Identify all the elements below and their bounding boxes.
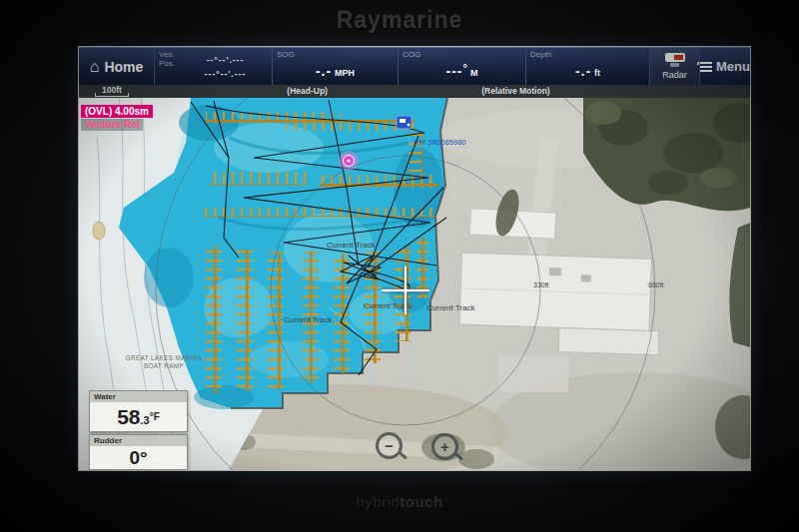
water-temp-label: Water <box>90 391 187 402</box>
vespos-label: Ves. Pos. <box>159 50 175 68</box>
chartplotter-device: Raymarine hybridtouch ⌂ Home Ves. Pos. -… <box>0 0 799 532</box>
mfd-screen: ⌂ Home Ves. Pos. --°--'.--- ---°--'.--- … <box>78 46 751 471</box>
rudder-value: 0° <box>90 446 187 469</box>
status-bar: 100ft (Head-Up) (Relative Motion) <box>79 85 750 98</box>
databox-vessel-position[interactable]: Ves. Pos. --°--'.--- ---°--'.--- <box>155 48 273 85</box>
databox-cog[interactable]: COG ---°M <box>399 48 526 85</box>
range-ring-label: 330ft <box>533 281 549 288</box>
zoom-in-icon: + <box>440 439 449 454</box>
bezel-model-logo: hybridtouch <box>0 493 799 510</box>
vespos-value: --°--'.--- ---°--'.--- <box>181 53 270 82</box>
bezel-brand-logo: Raymarine <box>0 7 799 34</box>
chart-overlay-labels: (OVL) 4.00sm Vectors Rel <box>81 101 153 131</box>
databox-sog[interactable]: SOG -.-MPH <box>273 48 399 85</box>
rudder-label: Rudder <box>90 435 187 446</box>
zoom-out-button[interactable]: − <box>376 432 402 459</box>
hamburger-menu-icon <box>700 62 712 72</box>
orientation-mode-label: (Head-Up) <box>287 86 328 96</box>
poi-marina-label: GREAT LAKES MARINA <box>126 354 203 361</box>
menu-label: Menu <box>716 59 750 74</box>
water-temp-value: 58.3°F <box>90 402 187 431</box>
depth-value: -.-ft <box>526 62 649 80</box>
toolbar: ⌂ Home Ves. Pos. --°--'.--- ---°--'.--- … <box>79 47 750 85</box>
zoom-in-button[interactable]: + <box>431 433 458 460</box>
poi-marina-label2: BOAT RAMP <box>144 362 184 369</box>
track-label: Current Track <box>284 315 333 324</box>
water-temp-databox[interactable]: Water 58.3°F <box>89 390 188 432</box>
radar-app-icon <box>665 53 685 68</box>
menu-button[interactable]: Menu <box>700 48 750 85</box>
vectors-mode-label: Vectors Rel <box>81 119 143 131</box>
track-label: Current Track <box>426 303 475 312</box>
radar-app-button[interactable]: Radar <box>650 48 700 85</box>
home-button[interactable]: ⌂ Home <box>79 48 155 85</box>
station-marker-label: RM 3R0065980 <box>413 138 466 147</box>
zoom-out-icon: − <box>385 438 394 453</box>
home-label: Home <box>104 59 143 75</box>
radar-label: Radar <box>662 70 687 80</box>
sog-value: -.-MPH <box>273 62 398 80</box>
track-label: Current Track <box>327 241 376 250</box>
databox-depth[interactable]: Depth -.-ft <box>526 48 650 85</box>
range-ring-label: 660ft <box>648 281 664 288</box>
sog-label: SOG <box>277 50 295 59</box>
motion-mode-label: (Relative Motion) <box>481 86 549 96</box>
cog-label: COG <box>402 50 420 59</box>
depth-label: Depth <box>530 50 551 59</box>
waypoint-marker[interactable] <box>341 153 357 169</box>
home-icon: ⌂ <box>90 59 100 75</box>
cog-value: ---°M <box>399 62 525 80</box>
overlay-range-label: (OVL) 4.00sm <box>81 105 153 118</box>
chart-scale-indicator: 100ft <box>95 85 129 97</box>
rudder-angle-databox[interactable]: Rudder 0° <box>89 434 188 470</box>
